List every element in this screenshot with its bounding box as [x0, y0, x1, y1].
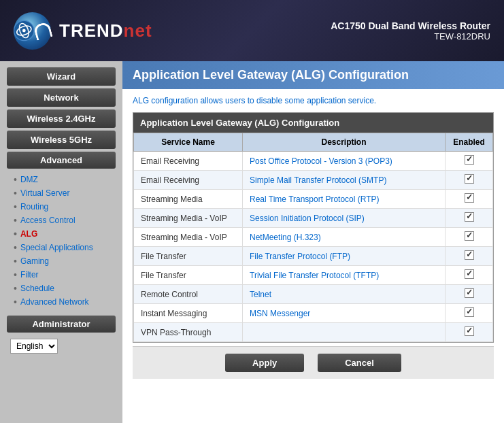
enabled-checkbox[interactable] [465, 326, 474, 336]
device-model: TEW-812DRU [331, 31, 490, 41]
sidebar-item-dmz[interactable]: DMZ [10, 173, 122, 186]
apply-button[interactable]: Apply [225, 354, 304, 372]
enabled-cell[interactable] [446, 228, 493, 247]
content-body: ALG configuration allows users to disabl… [122, 89, 504, 386]
network-button[interactable]: Network [7, 88, 116, 107]
wireless24-button[interactable]: Wireless 2.4GHz [7, 109, 116, 128]
enabled-cell[interactable] [446, 171, 493, 190]
trendnet-logo-icon [14, 12, 51, 50]
table-row: Remote ControlTelnet [134, 285, 493, 304]
language-selector-wrap: English [0, 335, 122, 357]
table-row: Email ReceivingPost Office Protocol - Ve… [134, 152, 493, 171]
enabled-checkbox[interactable] [465, 307, 474, 317]
enabled-checkbox[interactable] [465, 231, 474, 241]
enabled-checkbox[interactable] [465, 269, 474, 279]
enabled-checkbox[interactable] [465, 193, 474, 203]
table-row: VPN Pass-Through [134, 323, 493, 342]
description-cell: Session Initiation Protocol (SIP) [243, 209, 446, 228]
enabled-checkbox[interactable] [465, 155, 474, 165]
description-cell: Real Time Transport Protocol (RTP) [243, 190, 446, 209]
enabled-cell[interactable] [446, 304, 493, 323]
description-cell: NetMeeting (H.323) [243, 228, 446, 247]
wireless5-button[interactable]: Wireless 5GHz [7, 131, 116, 149]
logo-area: TRENDnet [14, 12, 152, 50]
service-name-cell: Email Receiving [134, 171, 243, 190]
enabled-cell[interactable] [446, 285, 493, 304]
sidebar-item-filter[interactable]: Filter [10, 268, 122, 282]
enabled-checkbox[interactable] [465, 250, 474, 260]
sidebar-item-routing[interactable]: Routing [10, 200, 122, 214]
enabled-cell[interactable] [446, 152, 493, 171]
sidebar-item-schedule[interactable]: Schedule [10, 282, 122, 295]
sidebar-item-virtual-server[interactable]: Virtual Server [10, 186, 122, 200]
service-name-cell: Streaming Media [134, 190, 243, 209]
sidebar-item-advanced-network[interactable]: Advanced Network [10, 295, 122, 309]
description-cell: Post Office Protocol - Version 3 (POP3) [243, 152, 446, 171]
service-name-cell: Instant Messaging [134, 304, 243, 323]
description-cell: Simple Mail Transfer Protocol (SMTP) [243, 171, 446, 190]
service-name-cell: VPN Pass-Through [134, 323, 243, 342]
button-bar: Apply Cancel [133, 346, 494, 379]
content-area: Application Level Gateway (ALG) Configur… [122, 61, 504, 423]
description-cell [243, 323, 446, 342]
sidebar: Wizard Network Wireless 2.4GHz Wireless … [0, 61, 122, 423]
enabled-cell[interactable] [446, 209, 493, 228]
alg-table-header: Application Level Gateway (ALG) Configur… [133, 113, 493, 133]
col-enabled: Enabled [446, 133, 493, 152]
description-cell: Trivial File Transfer Protocol (TFTP) [243, 266, 446, 285]
sidebar-item-alg[interactable]: ALG [10, 227, 122, 241]
main-layout: Wizard Network Wireless 2.4GHz Wireless … [0, 61, 504, 423]
page-title-bar: Application Level Gateway (ALG) Configur… [122, 61, 504, 89]
service-name-cell: Streaming Media - VoIP [134, 228, 243, 247]
table-row: Streaming MediaReal Time Transport Proto… [134, 190, 493, 209]
table-row: File TransferFile Transfer Protocol (FTP… [134, 247, 493, 266]
description-cell: File Transfer Protocol (FTP) [243, 247, 446, 266]
service-name-cell: Email Receiving [134, 152, 243, 171]
device-line: AC1750 Dual Band Wireless Router [331, 20, 490, 31]
enabled-checkbox[interactable] [465, 288, 474, 298]
enabled-checkbox[interactable] [465, 174, 474, 184]
sidebar-item-access-control[interactable]: Access Control [10, 214, 122, 227]
enabled-cell[interactable] [446, 323, 493, 342]
enabled-cell[interactable] [446, 266, 493, 285]
alg-table-body: Email ReceivingPost Office Protocol - Ve… [134, 152, 493, 342]
svg-point-3 [22, 29, 26, 33]
advanced-submenu: DMZ Virtual Server Routing Access Contro… [0, 171, 122, 310]
alg-table: Service Name Description Enabled Email R… [133, 133, 493, 342]
service-name-cell: File Transfer [134, 266, 243, 285]
header: TRENDnet AC1750 Dual Band Wireless Route… [0, 0, 504, 61]
page-title: Application Level Gateway (ALG) Configur… [133, 68, 494, 82]
device-info: AC1750 Dual Band Wireless Router TEW-812… [331, 20, 490, 41]
alg-container: Application Level Gateway (ALG) Configur… [133, 112, 494, 343]
service-name-cell: File Transfer [134, 247, 243, 266]
description-cell: MSN Messenger [243, 304, 446, 323]
language-select[interactable]: English [10, 339, 58, 354]
enabled-cell[interactable] [446, 190, 493, 209]
enabled-cell[interactable] [446, 247, 493, 266]
brand-name: TRENDnet [59, 20, 152, 41]
table-row: Instant MessagingMSN Messenger [134, 304, 493, 323]
page-description: ALG configuration allows users to disabl… [133, 96, 494, 105]
cancel-button[interactable]: Cancel [318, 354, 401, 372]
wizard-button[interactable]: Wizard [7, 67, 116, 86]
service-name-cell: Remote Control [134, 285, 243, 304]
service-name-cell: Streaming Media - VoIP [134, 209, 243, 228]
administrator-section-header: Administrator [7, 316, 116, 333]
table-row: Email ReceivingSimple Mail Transfer Prot… [134, 171, 493, 190]
col-description: Description [243, 133, 446, 152]
enabled-checkbox[interactable] [465, 212, 474, 222]
table-row: File TransferTrivial File Transfer Proto… [134, 266, 493, 285]
col-service-name: Service Name [134, 133, 243, 152]
description-cell: Telnet [243, 285, 446, 304]
sidebar-item-special-applications[interactable]: Special Applications [10, 241, 122, 254]
table-row: Streaming Media - VoIPNetMeeting (H.323) [134, 228, 493, 247]
table-row: Streaming Media - VoIPSession Initiation… [134, 209, 493, 228]
sidebar-item-gaming[interactable]: Gaming [10, 254, 122, 268]
advanced-section-header: Advanced [7, 152, 116, 169]
